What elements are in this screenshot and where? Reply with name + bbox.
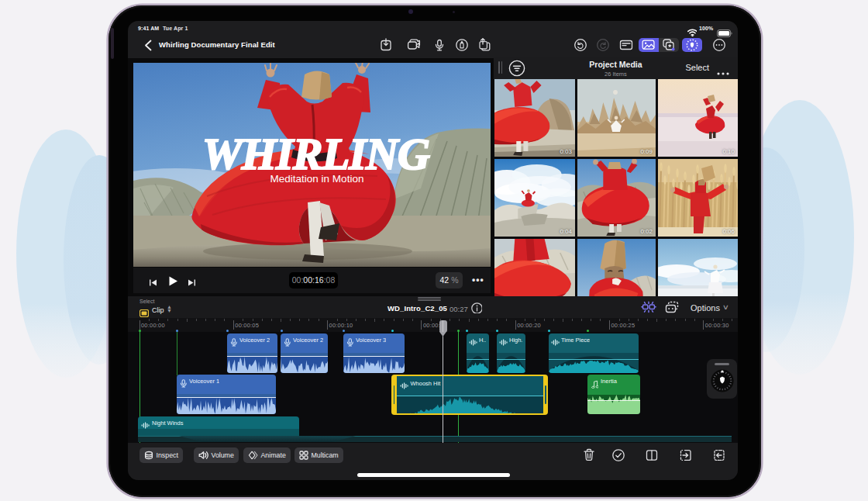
svg-text:WHIRLING: WHIRLING <box>202 129 430 179</box>
svg-text:Meditation in Motion: Meditation in Motion <box>270 173 364 185</box>
